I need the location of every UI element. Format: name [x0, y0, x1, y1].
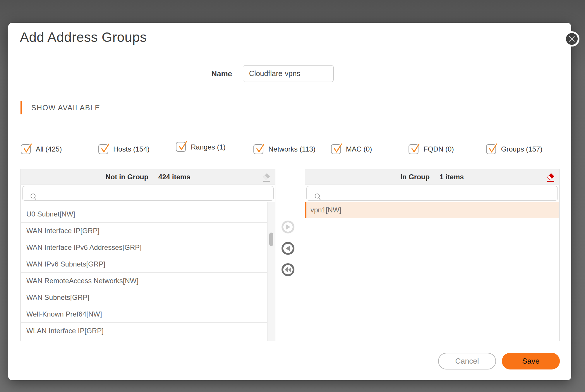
filter-label: Ranges (1) — [191, 143, 226, 151]
list-item[interactable]: Well-Known Pref64[NW] — [21, 306, 267, 323]
left-search-box — [22, 186, 274, 201]
not-in-group-header: Not in Group 424 items — [20, 169, 275, 185]
partial-row — [21, 202, 267, 206]
in-group-body: vpn1[NW] — [305, 185, 560, 341]
filter-checkbox-item[interactable]: Groups (157) — [486, 144, 542, 154]
checkbox[interactable] — [98, 144, 108, 154]
left-list-scrollbar[interactable] — [267, 202, 275, 341]
filter-label: All (425) — [36, 145, 62, 153]
filter-checkbox-item[interactable]: Networks (113) — [253, 144, 331, 154]
filter-checkbox-row: All (425) Hosts (154) — [21, 139, 565, 159]
checkbox[interactable] — [486, 144, 496, 154]
in-group-header: In Group 1 items — [305, 169, 560, 185]
arrow-right-icon — [285, 224, 291, 230]
in-group-list: vpn1[NW] — [305, 202, 559, 341]
page-title: Add Address Groups — [20, 29, 147, 45]
arrow-left-icon — [285, 245, 291, 252]
name-input[interactable] — [243, 65, 334, 82]
section-title: SHOW AVAILABLE — [31, 104, 100, 112]
right-search-input[interactable] — [321, 186, 555, 200]
clear-group-button[interactable] — [546, 172, 556, 182]
not-in-group-list: U0 Subnet[NW] WAN Interface IP[GRP] WAN … — [21, 202, 275, 341]
show-available-section: SHOW AVAILABLE — [20, 101, 100, 114]
double-arrow-left-icon — [284, 267, 291, 273]
filter-label: Hosts (154) — [113, 145, 150, 153]
list-item[interactable]: WLAN Interface IP[GRP] — [21, 323, 267, 339]
right-search-box — [306, 186, 558, 201]
left-list-scroll-thumb[interactable] — [269, 233, 273, 246]
clear-selection-button[interactable] — [262, 172, 272, 182]
filter-label: MAC (0) — [346, 145, 372, 153]
transfer-controls — [282, 221, 298, 285]
not-in-group-panel: Not in Group 424 items — [20, 169, 275, 341]
save-button[interactable]: Save — [502, 353, 560, 369]
panel-count: 1 items — [440, 173, 464, 181]
in-group-panel: In Group 1 items — [305, 169, 560, 341]
panel-title: Not in Group — [105, 173, 148, 181]
close-button[interactable] — [564, 31, 579, 47]
list-item[interactable]: WAN RemoteAccess Networks[NW] — [21, 273, 267, 289]
list-item-selected[interactable]: vpn1[NW] — [305, 202, 559, 218]
filter-checkbox-item[interactable]: FQDN (0) — [409, 144, 486, 154]
checkbox[interactable] — [253, 144, 263, 154]
checkbox[interactable] — [176, 142, 186, 152]
panel-title: In Group — [400, 173, 430, 181]
list-item[interactable]: WAN IPv6 Subnets[GRP] — [21, 256, 267, 273]
name-field-row: Name — [8, 65, 571, 82]
filter-checkbox-item[interactable]: All (425) — [21, 144, 98, 154]
modal-backdrop: Add Address Groups Name SHOW AVAILABLE — [0, 0, 585, 392]
filter-label: FQDN (0) — [423, 145, 454, 153]
section-accent-bar — [20, 101, 22, 114]
list-item[interactable]: WAN Interface IPv6 Addresses[GRP] — [21, 239, 267, 256]
eraser-icon-red — [546, 173, 555, 182]
name-label: Name — [179, 69, 232, 78]
close-icon — [568, 35, 575, 42]
checkbox[interactable] — [409, 144, 418, 154]
cancel-button[interactable]: Cancel — [438, 353, 496, 369]
filter-checkbox-item[interactable]: MAC (0) — [331, 144, 409, 154]
filter-label: Groups (157) — [501, 145, 542, 153]
move-all-left-button[interactable] — [282, 263, 294, 276]
move-left-button[interactable] — [282, 242, 294, 255]
filter-checkbox-item[interactable]: Hosts (154) — [98, 144, 176, 154]
add-address-groups-dialog: Add Address Groups Name SHOW AVAILABLE — [8, 23, 571, 380]
move-right-button[interactable] — [282, 221, 294, 233]
checkbox[interactable] — [21, 144, 31, 154]
list-item[interactable]: WAN Subnets[GRP] — [21, 289, 267, 306]
checkbox[interactable] — [331, 144, 341, 154]
left-search-input[interactable] — [37, 186, 270, 200]
list-item[interactable]: U0 Subnet[NW] — [21, 206, 267, 223]
panel-count: 424 items — [158, 173, 190, 181]
eraser-icon — [262, 173, 271, 182]
filter-label: Networks (113) — [268, 145, 315, 153]
list-item[interactable]: WAN Interface IP[GRP] — [21, 223, 267, 239]
filter-checkbox-item[interactable]: Ranges (1) — [176, 142, 253, 152]
not-in-group-body: U0 Subnet[NW] WAN Interface IP[GRP] WAN … — [20, 185, 275, 341]
